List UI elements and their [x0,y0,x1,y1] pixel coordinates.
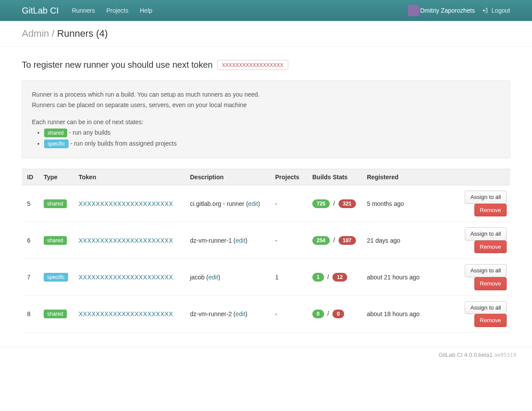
stats-fail: 187 [339,236,356,245]
stats-sep: / [326,273,331,280]
edit-link[interactable]: edit [208,274,218,281]
type-badge: shared [44,236,67,245]
cell-registered: about 21 hours ago [363,259,432,296]
cell-description: ci.gitlab.org - runner (edit) [187,185,272,222]
specific-desc: - run only builds from assigned projects [69,140,176,147]
content: To register new runner you should use ne… [0,47,532,333]
cell-token: XXXXXXXXXXXXXXXXXXXXXX [75,185,187,222]
assign-button[interactable]: Assign to all [465,264,507,277]
nav-right: Dmitriy Zaporozhets Logout [408,5,510,16]
cell-description: dz-vm-runner-1 (edit) [187,222,272,259]
cell-id: 6 [22,222,40,259]
page-header: Admin / Runners (4) [0,21,532,47]
cell-token: XXXXXXXXXXXXXXXXXXXXXX [75,222,187,259]
cell-id: 5 [22,185,40,222]
well-line1: Runner is a process which run a build. Y… [32,90,500,99]
assign-button[interactable]: Assign to all [465,301,507,314]
col-description: Description [187,169,272,185]
logout-label: Logout [491,7,510,14]
user-menu[interactable]: Dmitriy Zaporozhets [408,5,475,16]
type-badge: shared [44,310,67,318]
nav-link-projects[interactable]: Projects [106,7,128,14]
shared-badge: shared [44,129,67,137]
cell-projects: 1 [272,259,309,296]
page-title: Runners (4) [57,28,108,39]
token-link[interactable]: XXXXXXXXXXXXXXXXXXXXXX [79,200,173,207]
cell-registered: 5 months ago [363,185,432,222]
logout-link[interactable]: Logout [482,7,510,14]
stats-sep: / [332,200,337,207]
col-stats: Builds Stats [309,169,363,185]
logout-icon [482,7,488,14]
cell-registered: 21 days ago [363,222,432,259]
assign-button[interactable]: Assign to all [465,191,507,204]
cell-type: shared [40,185,75,222]
remove-button[interactable]: Remove [474,277,507,290]
cell-type: shared [40,296,75,332]
cell-token: XXXXXXXXXXXXXXXXXXXXXX [75,259,187,296]
well-line3: Each runner can be in one of next states… [32,117,500,127]
breadcrumb-admin[interactable]: Admin [22,28,49,39]
remove-button[interactable]: Remove [474,314,507,327]
footer-version: GitLab CI 4.0.0.beta1 [439,352,493,358]
nav-link-runners[interactable]: Runners [72,7,95,14]
desc-text: ci.gitlab.org - runner [190,200,245,207]
info-well: Runner is a process which run a build. Y… [22,80,510,158]
cell-type: specific [40,259,75,296]
intro: To register new runner you should use ne… [22,60,510,70]
col-actions [432,169,510,185]
edit-link[interactable]: edit [235,310,245,317]
runners-table: ID Type Token Description Projects Build… [22,169,510,333]
type-badge: shared [44,199,67,208]
token-link[interactable]: XXXXXXXXXXXXXXXXXXXXXX [79,237,173,244]
token-link[interactable]: XXXXXXXXXXXXXXXXXXXXXX [79,274,173,281]
desc-text: dz-vm-runner-2 [190,310,232,317]
navbar: GitLab CI Runners Projects Help Dmitriy … [0,0,532,21]
col-projects: Projects [272,169,309,185]
table-row: 8sharedXXXXXXXXXXXXXXXXXXXXXXdz-vm-runne… [22,296,510,332]
state-shared: shared - run any builds [44,128,500,137]
assign-button[interactable]: Assign to all [465,227,507,240]
remove-button[interactable]: Remove [474,204,507,217]
cell-stats: 254 / 187 [309,222,363,259]
avatar [408,5,419,16]
registration-token: XXXXXXXXXXXXXXXXXX [217,60,288,70]
breadcrumb-sep: / [49,28,57,39]
table-row: 7specificXXXXXXXXXXXXXXXXXXXXXXjacob (ed… [22,259,510,296]
cell-actions: Assign to allRemove [432,259,510,296]
cell-actions: Assign to allRemove [432,296,510,332]
type-badge: specific [44,273,68,282]
desc-text: dz-vm-runner-1 [190,237,232,244]
cell-id: 8 [22,296,40,332]
cell-actions: Assign to allRemove [432,185,510,222]
edit-link[interactable]: edit [235,237,245,244]
token-link[interactable]: XXXXXXXXXXXXXXXXXXXXXX [79,310,173,317]
remove-button[interactable]: Remove [474,240,507,254]
brand[interactable]: GitLab CI [22,6,59,16]
nav-link-help[interactable]: Help [140,7,152,14]
breadcrumb: Admin / Runners (4) [22,28,510,39]
well-line2: Runners can be placed on separate users,… [32,100,500,110]
stats-sep: / [332,237,337,244]
cell-registered: about 18 hours ago [363,296,432,332]
stats-fail: 12 [332,273,347,282]
table-row: 6sharedXXXXXXXXXXXXXXXXXXXXXXdz-vm-runne… [22,222,510,259]
desc-text: jacob [190,274,204,281]
cell-id: 7 [22,259,40,296]
stats-ok: 1 [312,273,324,282]
footer: GitLab CI 4.0.0.beta1 ae95319 [0,347,532,362]
cell-token: XXXXXXXXXXXXXXXXXXXXXX [75,296,187,332]
intro-text: To register new runner you should use ne… [22,60,213,70]
specific-badge: specific [44,139,69,148]
state-specific: specific - run only builds from assigned… [44,139,500,148]
stats-ok: 254 [312,236,330,245]
user-name: Dmitriy Zaporozhets [420,7,475,14]
stats-fail: 0 [332,310,344,318]
cell-stats: 1 / 12 [309,259,363,296]
cell-type: shared [40,222,75,259]
col-id: ID [22,169,40,185]
col-token: Token [75,169,187,185]
cell-projects: - [272,296,309,332]
stats-sep: / [326,310,331,317]
edit-link[interactable]: edit [248,200,258,207]
